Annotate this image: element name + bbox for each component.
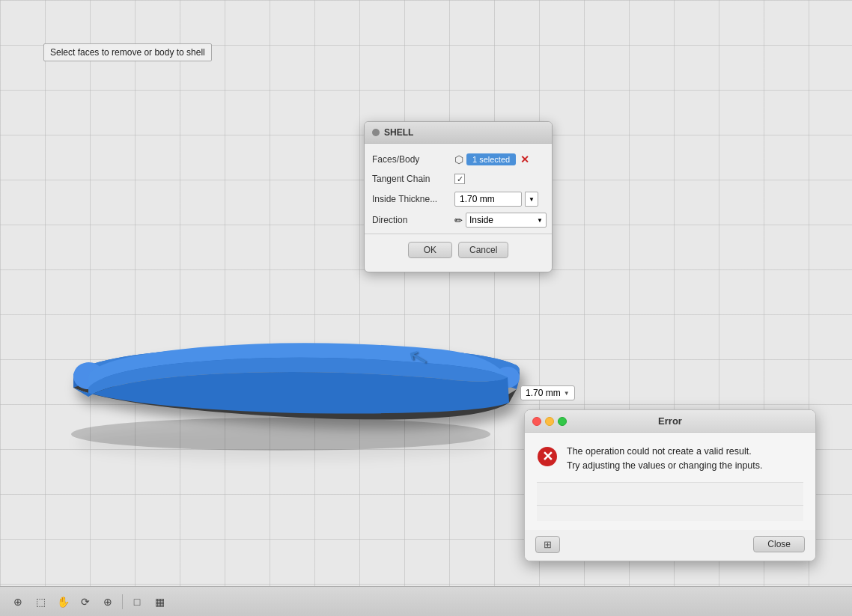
shell-dialog-title: SHELL (365, 122, 552, 144)
direction-icon: ✏ (454, 215, 463, 226)
tangent-chain-row: Tangent Chain ✓ (365, 169, 552, 189)
hint-text: Select faces to remove or body to shell (50, 47, 205, 58)
svg-text:✕: ✕ (542, 449, 553, 464)
error-titlebar: Error (525, 410, 815, 433)
maximize-traffic-light[interactable] (558, 417, 567, 426)
tangent-chain-checkbox[interactable]: ✓ (454, 174, 465, 184)
inside-thickness-label: Inside Thickne... (372, 194, 454, 204)
toolbar-pan-button[interactable]: ✋ (52, 592, 73, 612)
toolbar-back-button[interactable]: ⬚ (30, 592, 51, 612)
toolbar-grid-button[interactable]: ▦ (149, 592, 170, 612)
inside-thickness-value: ▼ (454, 192, 544, 207)
faces-body-label: Faces/Body (372, 154, 454, 165)
toolbar-display-button[interactable]: □ (127, 592, 147, 612)
svg-point-0 (71, 418, 490, 451)
shell-buttons: OK Cancel (365, 237, 552, 266)
toolbar-orbit-button[interactable]: ⟳ (75, 592, 96, 612)
error-line2: Try adjusting the values or changing the… (567, 459, 763, 473)
faces-body-row: Faces/Body ⬡ 1 selected ✕ (365, 150, 552, 169)
shell-title-icon (372, 129, 380, 136)
direction-dropdown[interactable]: Inside ▼ (466, 213, 547, 228)
cancel-button[interactable]: Cancel (458, 242, 508, 258)
inside-thickness-row: Inside Thickne... ▼ (365, 189, 552, 210)
minimize-traffic-light[interactable] (545, 417, 554, 426)
error-icon: ✕ (537, 446, 558, 467)
error-spacer-1 (537, 483, 803, 505)
close-button[interactable]: Close (753, 536, 805, 552)
error-footer: ⊞ Close (525, 530, 815, 561)
clear-selection-button[interactable]: ✕ (519, 153, 531, 165)
tangent-chain-label: Tangent Chain (372, 174, 454, 184)
divider (365, 234, 552, 234)
error-body: ✕ The operation could not create a valid… (525, 433, 815, 530)
direction-label: Direction (372, 215, 454, 225)
error-line1: The operation could not create a valid r… (567, 445, 763, 459)
ok-button[interactable]: OK (408, 242, 452, 258)
error-spacer-2 (537, 506, 803, 521)
traffic-lights (532, 417, 567, 426)
error-content: ✕ The operation could not create a valid… (537, 445, 803, 473)
viewport[interactable]: Select faces to remove or body to shell … (0, 0, 852, 586)
shell-title-text: SHELL (384, 127, 413, 138)
direction-row: Direction ✏ Inside ▼ (365, 210, 552, 231)
shell-dialog: SHELL Faces/Body ⬡ 1 selected ✕ Tangent … (364, 121, 553, 272)
direction-text: Inside (469, 215, 493, 225)
toolbar-separator (122, 594, 123, 609)
thickness-input[interactable] (454, 192, 522, 207)
thickness-dropdown-button[interactable]: ▼ (525, 192, 538, 207)
error-title: Error (658, 415, 682, 427)
dimension-value: 1.70 mm (526, 388, 561, 398)
toolbar-select-button[interactable]: ⊕ (7, 592, 28, 612)
hint-box: Select faces to remove or body to shell (43, 43, 212, 61)
shell-body: Faces/Body ⬡ 1 selected ✕ Tangent Chain … (365, 144, 552, 272)
bottom-toolbar: ⊕ ⬚ ✋ ⟳ ⊕ □ ▦ (0, 586, 852, 616)
faces-body-value: ⬡ 1 selected ✕ (454, 153, 544, 165)
dimension-label[interactable]: 1.70 mm ▼ (520, 385, 575, 400)
face-select-icon: ⬡ (454, 153, 463, 165)
direction-chevron-icon: ▼ (537, 217, 543, 224)
dimension-dropdown-icon[interactable]: ▼ (564, 390, 570, 397)
tangent-chain-value: ✓ (454, 174, 544, 184)
direction-value: ✏ Inside ▼ (454, 213, 547, 228)
error-help-button[interactable]: ⊞ (535, 536, 560, 553)
selected-badge[interactable]: 1 selected (466, 153, 516, 165)
error-message: The operation could not create a valid r… (567, 445, 763, 473)
toolbar-zoom-button[interactable]: ⊕ (97, 592, 118, 612)
close-traffic-light[interactable] (532, 417, 541, 426)
error-dialog: Error ✕ The operation could not create a… (524, 409, 816, 561)
